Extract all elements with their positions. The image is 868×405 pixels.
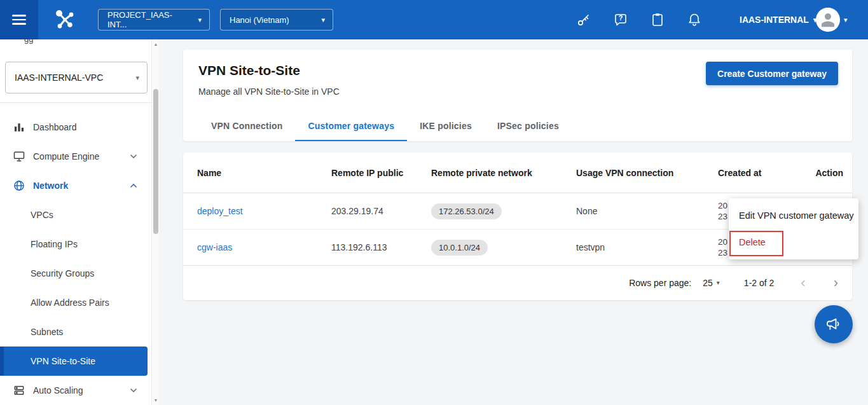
- tab-bar: VPN Connection Customer gateways IKE pol…: [198, 112, 572, 141]
- megaphone-icon: [825, 315, 843, 333]
- column-header-remote-network: Remote private network: [431, 168, 576, 178]
- region-selector-value: Hanoi (Vietnam): [230, 15, 289, 25]
- person-icon: [818, 10, 837, 29]
- sidebar-item-label: Network: [33, 181, 68, 191]
- sidebar-scrollbar[interactable]: ▲ ▼: [151, 39, 159, 405]
- brand-logo-icon: [52, 7, 78, 32]
- region-selector[interactable]: Hanoi (Vietnam) ▾: [220, 9, 333, 31]
- vpc-selector-value: IAAS-INTERNAL-VPC: [15, 72, 103, 83]
- sub-item-label: Allow Address Pairs: [31, 298, 109, 308]
- sub-item-label: Floating IPs: [31, 239, 78, 249]
- tab-ipsec-policies[interactable]: IPSec policies: [485, 112, 572, 141]
- globe-icon: [13, 179, 25, 192]
- sidebar-item-label: Compute Engine: [33, 151, 99, 161]
- sidebar-item-compute-engine[interactable]: Compute Engine: [0, 142, 151, 171]
- question-mark-glyph: ?: [613, 14, 628, 22]
- header-icon-group: ?: [576, 0, 702, 39]
- user-avatar-menu[interactable]: ▾: [816, 0, 848, 39]
- sidebar-item-dashboard[interactable]: Dashboard: [0, 113, 151, 142]
- page-title: VPN Site-to-Site: [198, 63, 300, 78]
- sidebar: gg IAAS-INTERNAL-VPC ▾ Dashboard Compute…: [0, 39, 159, 405]
- chevron-down-icon: [128, 151, 139, 161]
- server-icon: [13, 384, 25, 397]
- column-header-created-at: Created at: [718, 168, 801, 178]
- sub-item-label: VPCs: [31, 210, 53, 220]
- remote-ip-cell: 203.29.19.74: [331, 206, 431, 216]
- tab-vpn-connection[interactable]: VPN Connection: [198, 112, 295, 141]
- network-chip: 172.26.53.0/24: [431, 203, 502, 219]
- rows-per-page-value: 25: [703, 278, 713, 288]
- monitor-icon: [13, 150, 25, 163]
- sidebar-nav: Dashboard Compute Engine Network: [0, 113, 151, 405]
- bar-chart-icon: [13, 121, 25, 134]
- sidebar-item-label: Dashboard: [33, 122, 77, 132]
- sidebar-item-auto-scaling[interactable]: Auto Scaling: [0, 376, 151, 405]
- project-selector[interactable]: PROJECT_IAAS-INT... ▾: [98, 9, 210, 31]
- sidebar-item-security-groups[interactable]: Security Groups: [0, 259, 151, 288]
- page-subtitle: Manage all VPN Site-to-Site in VPC: [198, 86, 340, 97]
- key-icon: [576, 12, 591, 27]
- chevron-up-icon: [128, 181, 139, 191]
- sidebar-item-label: Auto Scaling: [33, 385, 83, 395]
- clipboard-icon: [650, 12, 665, 27]
- previous-page-button[interactable]: ‹: [801, 275, 805, 291]
- notifications-button[interactable]: [687, 12, 702, 27]
- api-key-button[interactable]: [576, 12, 591, 27]
- row-action-context-menu: Edit VPN customer gateway Delete: [729, 198, 858, 259]
- delete-menu-item[interactable]: Delete: [729, 229, 858, 256]
- hamburger-menu-button[interactable]: [0, 0, 38, 39]
- tasks-button[interactable]: [650, 12, 665, 27]
- sidebar-item-network[interactable]: Network: [0, 171, 151, 200]
- chevron-down-icon: ▾: [190, 16, 202, 24]
- rows-per-page-label: Rows per page:: [629, 278, 691, 288]
- vpc-selector[interactable]: IAAS-INTERNAL-VPC ▾: [5, 62, 148, 93]
- sidebar-item-vpcs[interactable]: VPCs: [0, 200, 151, 230]
- chevron-down-icon: ▾: [717, 279, 720, 286]
- avatar: [816, 8, 840, 32]
- sidebar-item-allow-address-pairs[interactable]: Allow Address Pairs: [0, 288, 151, 317]
- project-selector-value: PROJECT_IAAS-INT...: [107, 10, 190, 29]
- network-chip: 10.0.1.0/24: [431, 240, 488, 256]
- top-bar: PROJECT_IAAS-INT... ▾ Hanoi (Vietnam) ▾: [0, 0, 868, 39]
- chevron-down-icon: ▾: [844, 16, 848, 24]
- account-menu-label: IAAS-INTERNAL: [740, 15, 809, 25]
- scroll-down-icon[interactable]: ▼: [152, 398, 160, 402]
- usage-cell: testvpn: [576, 242, 718, 252]
- scrollbar-thumb[interactable]: [153, 89, 158, 234]
- app-root: PROJECT_IAAS-INT... ▾ Hanoi (Vietnam) ▾: [0, 0, 868, 405]
- support-button[interactable]: ?: [613, 12, 628, 27]
- bell-icon: [687, 12, 702, 27]
- sidebar-item-vpn-site-to-site[interactable]: VPN Site-to-Site: [0, 347, 148, 376]
- remote-ip-cell: 113.192.6.113: [331, 242, 431, 252]
- feedback-fab-button[interactable]: [815, 305, 853, 343]
- table-pagination: Rows per page: 25 ▾ 1-2 of 2 ‹ ›: [183, 266, 852, 299]
- gateway-name-link[interactable]: deploy_test: [197, 206, 243, 216]
- sidebar-item-subnets[interactable]: Subnets: [0, 317, 151, 347]
- chevron-down-icon: ▾: [135, 74, 139, 82]
- table-header-row: Name Remote IP public Remote private net…: [183, 153, 852, 193]
- column-header-usage: Usage VPN connection: [576, 168, 718, 178]
- main-content: VPN Site-to-Site Manage all VPN Site-to-…: [159, 39, 868, 405]
- sub-item-label: VPN Site-to-Site: [31, 356, 95, 366]
- column-header-action: Action: [801, 168, 843, 178]
- pagination-range: 1-2 of 2: [744, 278, 774, 288]
- next-page-button[interactable]: ›: [834, 275, 838, 291]
- edit-vpn-customer-gateway-menu-item[interactable]: Edit VPN customer gateway: [729, 202, 858, 229]
- rows-per-page-select[interactable]: 25 ▾: [703, 278, 720, 288]
- tab-customer-gateways[interactable]: Customer gateways: [295, 112, 407, 141]
- hamburger-icon: [12, 12, 26, 27]
- sub-item-label: Subnets: [31, 327, 63, 337]
- column-header-remote-ip: Remote IP public: [331, 168, 431, 178]
- clipped-menu-item: gg: [24, 39, 33, 44]
- scroll-up-icon[interactable]: ▲: [152, 42, 160, 46]
- chevron-down-icon: ▾: [313, 16, 325, 24]
- usage-cell: None: [576, 206, 718, 216]
- gateway-name-link[interactable]: cgw-iaas: [197, 242, 232, 252]
- sub-item-label: Security Groups: [31, 268, 94, 278]
- column-header-name: Name: [197, 168, 331, 178]
- chevron-down-icon: [128, 385, 139, 395]
- account-menu[interactable]: IAAS-INTERNAL ▾: [740, 0, 816, 39]
- tab-ike-policies[interactable]: IKE policies: [407, 112, 485, 141]
- sidebar-item-floating-ips[interactable]: Floating IPs: [0, 230, 151, 259]
- create-customer-gateway-button[interactable]: Create Customer gateway: [706, 62, 838, 85]
